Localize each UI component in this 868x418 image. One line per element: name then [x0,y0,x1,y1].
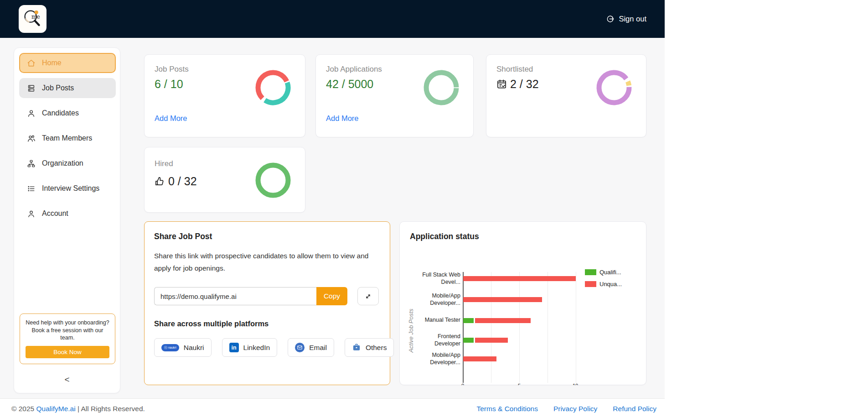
brand-logo[interactable]: me [19,5,46,33]
email-icon [295,343,305,352]
account-icon [26,209,36,218]
share-card-title: Share Job Post [154,232,212,241]
top-navbar: me Sign out [0,0,665,38]
qualifyme-dashboard: me Sign out HomeJob PostsCandidatesTeam … [0,0,665,418]
sidebar-item-label: Interview Settings [42,184,99,193]
footer-link-privacy-policy[interactable]: Privacy Policy [553,405,597,413]
book-now-button[interactable]: Book Now [26,346,109,358]
add-more-link[interactable]: Add More [326,114,359,123]
person-icon [26,109,36,118]
thumbs-up-icon [155,176,165,187]
stat-value: 6 / 10 [155,78,183,91]
svg-text:me: me [31,14,40,20]
stat-value: 2 / 32 [496,78,539,91]
sidebar-item-label: Organization [42,159,83,167]
application-status-chart: Full Stack Web Devel...Mobile/App Develo… [400,222,647,386]
chart-x-tick-label: 0 [461,383,464,385]
sidebar-collapse-button[interactable]: < [14,375,120,385]
hired-donut-chart [255,162,291,199]
share-link-input[interactable] [154,287,316,305]
legend-swatch [585,281,596,287]
people-icon [26,134,36,143]
shortlisted-card: Shortlisted 2 / 32 [486,54,646,137]
calendar-check-icon [496,79,507,89]
stat-title: Hired [155,159,173,168]
qualifyme-link[interactable]: QualifyMe.ai [36,405,76,413]
chart-y-axis-title: Active Job Posts [408,303,414,358]
sidebar-item-label: Team Members [42,134,92,142]
copyright-text: © 2025 QualifyMe.ai | All Rights Reserve… [11,399,145,418]
sidebar-item-candidates[interactable]: Candidates [19,103,116,123]
share-platform-others[interactable]: Others [345,338,394,357]
share-link-row: Copy [154,287,379,305]
platform-label: Others [366,344,387,352]
unqualified-bar-segment [463,297,542,302]
chart-category-label: Full Stack Web Devel... [400,272,460,286]
job-posts-card: Job Posts 6 / 10 Add More [144,54,305,137]
platform-label: Email [309,344,327,352]
stat-title: Job Applications [326,65,382,74]
share-platform-linkedin[interactable]: inLinkedIn [222,338,278,357]
linkedin-icon: in [229,343,239,352]
footer-link-terms-conditions[interactable]: Terms & Conditions [477,405,538,413]
copy-button[interactable]: Copy [316,287,347,305]
job-applications-donut-chart [423,69,460,106]
sidebar-item-interview-settings[interactable]: Interview Settings [19,178,116,199]
sidebar-item-account[interactable]: Account [19,204,116,224]
sidebar-item-label: Job Posts [42,84,74,92]
platforms-heading: Share across multiple platforms [154,319,269,328]
qualified-bar-segment [463,318,474,323]
add-more-link[interactable]: Add More [155,114,187,123]
sidebar-item-organization[interactable]: Organization [19,153,116,173]
unqualified-bar-segment [463,276,576,281]
chart-gridline [548,272,548,383]
job-posts-icon [26,84,36,93]
share-job-post-card: Share Job Post Share this link with pros… [144,221,390,385]
platform-label: Naukri [184,344,204,352]
expand-icon [364,293,372,300]
stat-title: Job Posts [155,65,189,74]
share-platform-email[interactable]: Email [288,338,334,357]
chart-gridline [576,272,576,383]
unqualified-bar-segment [475,318,531,323]
logout-icon [606,15,615,23]
sign-out-label: Sign out [619,15,646,23]
legend-label: Unqua... [599,281,622,287]
sidebar: HomeJob PostsCandidatesTeam MembersOrgan… [14,47,120,393]
unqualified-bar-segment [463,356,496,361]
share-platform-naukri[interactable]: ⓋnaukriNaukri [154,338,212,357]
sidebar-item-label: Home [42,59,62,67]
naukri-icon: Ⓥnaukri [161,344,179,351]
shortlisted-donut-chart [596,69,632,106]
sidebar-item-label: Candidates [42,109,79,117]
expand-button[interactable] [357,287,379,305]
chart-title: Application status [410,232,479,241]
footer-link-refund-policy[interactable]: Refund Policy [613,405,656,413]
magnifier-logo-icon: me [20,5,46,33]
chart-x-tick-label: 10 [573,383,578,385]
chart-x-tick-label: 5 [518,383,521,385]
legend-swatch [585,269,596,275]
platform-label: LinkedIn [243,344,270,352]
footer: © 2025 QualifyMe.ai | All Rights Reserve… [0,398,665,418]
chart-legend-item: Unqua... [585,281,622,287]
home-icon [26,58,36,68]
sidebar-item-home[interactable]: Home [19,53,116,73]
hired-card: Hired 0 / 32 [144,147,305,213]
briefcase-icon [352,343,361,352]
unqualified-bar-segment [475,338,508,343]
stat-title: Shortlisted [496,65,533,74]
chart-y-axis-line [463,272,464,383]
legend-label: Qualifi... [599,269,621,276]
stat-value: 0 / 32 [155,175,197,188]
stat-value: 42 / 5000 [326,78,373,91]
job-posts-donut-chart [255,69,291,106]
sidebar-item-label: Account [42,209,68,218]
share-card-description: Share this link with prospective candida… [154,250,378,274]
onboarding-help-box: Need help with your onboarding? Book a f… [20,314,115,364]
job-applications-card: Job Applications 42 / 5000 Add More [315,54,474,137]
sidebar-item-team-members[interactable]: Team Members [19,128,116,148]
list-settings-icon [26,184,36,193]
sidebar-item-job-posts[interactable]: Job Posts [19,78,116,98]
sign-out-button[interactable]: Sign out [606,0,646,38]
